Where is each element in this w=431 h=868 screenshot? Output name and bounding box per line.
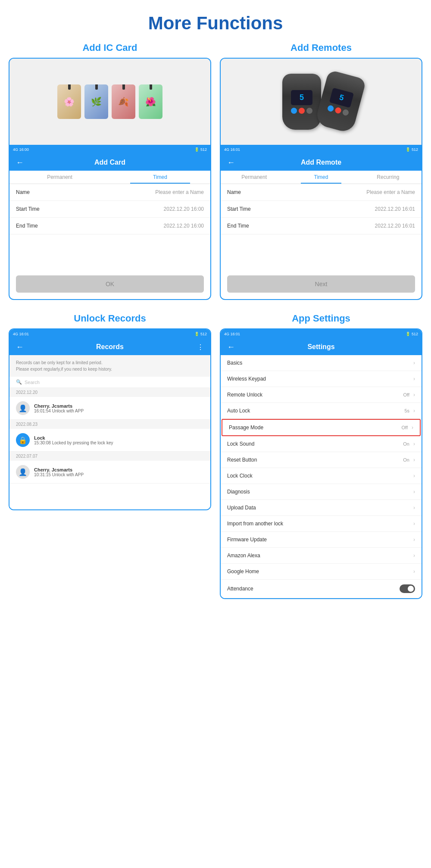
settings-reset-button[interactable]: Reset Button On ›	[221, 452, 422, 468]
ic-card-3: 🍂	[112, 84, 135, 119]
arrow-amazon-alexa: ›	[413, 553, 415, 559]
arrow-basics: ›	[413, 360, 415, 366]
add-remotes-title: Add Remotes	[290, 42, 352, 53]
app-settings-title: App Settings	[292, 313, 350, 324]
search-icon: 🔍	[16, 379, 22, 385]
settings-wireless-keypad[interactable]: Wireless Keypad ›	[221, 371, 422, 387]
tab-timed-ic[interactable]: Timed	[110, 171, 210, 184]
settings-google-home[interactable]: Google Home ›	[221, 564, 422, 580]
record-text-1: Cherry. Jcsmarts 16:01:54 Unlock with AP…	[34, 403, 84, 413]
settings-remote-unlock[interactable]: Remote Unlock Off ›	[221, 387, 422, 403]
back-arrow-records[interactable]: ←	[16, 343, 24, 352]
tab-recurring-remote[interactable]: Recurring	[355, 171, 422, 184]
key-btn-6	[342, 109, 350, 116]
tab-permanent-ic[interactable]: Permanent	[9, 171, 110, 184]
status-left-remote: 4G 16:01	[224, 147, 240, 152]
status-right-ic: 🔋 512	[194, 147, 207, 152]
attendance-toggle[interactable]	[400, 584, 415, 593]
app-settings-section: App Settings 4G 16:01 🔋 512 ← Settings B…	[220, 313, 422, 599]
settings-attendance[interactable]: Attendance	[221, 580, 422, 598]
status-right-remote: 🔋 512	[406, 147, 418, 152]
tab-permanent-remote[interactable]: Permanent	[221, 171, 287, 184]
date-group-1: 2022.12.20	[9, 388, 210, 397]
record-text-2: Lock 15:30:08 Locked by pressing the loc…	[34, 435, 113, 445]
search-bar[interactable]: 🔍 Search	[9, 377, 210, 388]
key-fob-screen-1: 5	[291, 90, 312, 105]
add-remotes-section: Add Remotes 5 5	[220, 42, 422, 300]
add-remote-tabs: Permanent Timed Recurring	[221, 171, 422, 184]
avatar-3: 👤	[16, 465, 30, 479]
arrow-auto-lock: ›	[413, 408, 415, 414]
settings-basics[interactable]: Basics ›	[221, 355, 422, 371]
date-group-2: 2022.08.23	[9, 420, 210, 429]
records-title: Records	[96, 343, 124, 351]
settings-passage-mode[interactable]: Passage Mode Off ›	[222, 419, 421, 436]
record-item-3: 👤 Cherry. Jcsmarts 10:31:15 Unlock with …	[9, 461, 210, 484]
record-item-2: 🔒 Lock 15:30:08 Locked by pressing the l…	[9, 429, 210, 452]
arrow-reset-button: ›	[413, 457, 415, 463]
arrow-keypad: ›	[413, 376, 415, 382]
field-start-remote: Start Time 2022.12.20 16:01	[221, 201, 422, 218]
key-fob-2: 5	[315, 70, 367, 134]
arrow-import-lock: ›	[413, 521, 415, 527]
status-bar-settings: 4G 16:01 🔋 512	[221, 329, 422, 339]
back-arrow-ic[interactable]: ←	[16, 158, 24, 167]
more-options-icon[interactable]: ⋮	[197, 343, 204, 351]
status-right-records: 🔋 512	[194, 332, 207, 336]
key-fob-1: 5	[282, 74, 321, 130]
unlock-records-title: Unlock Records	[74, 313, 146, 324]
arrow-lock-sound: ›	[413, 441, 415, 447]
arrow-diagnosis: ›	[413, 489, 415, 495]
settings-lock-clock[interactable]: Lock Clock ›	[221, 468, 422, 484]
remote-image: 5 5	[221, 59, 422, 145]
field-end-remote: End Time 2022.12.20 16:01	[221, 218, 422, 234]
settings-lock-sound[interactable]: Lock Sound On ›	[221, 436, 422, 452]
records-notice-text: Records can be only kept for a limited p…	[16, 359, 204, 372]
settings-frame: 4G 16:01 🔋 512 ← Settings Basics ›	[220, 328, 422, 599]
add-ic-card-title: Add IC Card	[82, 42, 137, 53]
add-ic-card-frame: 🌸 🌿 🍂 🌺 4G 16:00 🔋	[9, 58, 211, 300]
key-btn-5	[334, 106, 342, 114]
next-button[interactable]: Next	[227, 275, 415, 293]
settings-auto-lock[interactable]: Auto Lock 5s ›	[221, 403, 422, 419]
ic-card-1: 🌸	[57, 84, 81, 119]
key-btn-3	[306, 108, 312, 114]
settings-amazon-alexa[interactable]: Amazon Alexa ›	[221, 548, 422, 564]
add-card-header: ← Add Card	[9, 154, 210, 171]
ok-button[interactable]: OK	[16, 275, 204, 293]
arrow-google-home: ›	[413, 568, 415, 575]
status-right-settings: 🔋 512	[406, 332, 418, 336]
status-left-settings: 4G 16:01	[224, 332, 240, 336]
arrow-upload-data: ›	[413, 505, 415, 511]
ic-card-4: 🌺	[139, 84, 162, 119]
tab-timed-remote[interactable]: Timed	[287, 171, 354, 184]
status-bar-remote: 4G 16:01 🔋 512	[221, 145, 422, 154]
status-left-records: 4G 16:01	[13, 332, 29, 336]
settings-import-lock[interactable]: Import from another lock ›	[221, 516, 422, 532]
back-arrow-settings[interactable]: ←	[227, 343, 235, 352]
avatar-2: 🔒	[16, 433, 30, 447]
back-arrow-remote[interactable]: ←	[227, 158, 235, 167]
records-header: ← Records ⋮	[9, 339, 210, 355]
settings-diagnosis[interactable]: Diagnosis ›	[221, 484, 422, 500]
field-name-ic: Name Please enter a Name	[9, 184, 210, 201]
search-input[interactable]: Search	[25, 380, 40, 385]
arrow-lock-clock: ›	[413, 473, 415, 479]
unlock-records-section: Unlock Records 4G 16:01 🔋 512 ← Records …	[9, 313, 211, 599]
field-start-ic: Start Time 2022.12.20 16:00	[9, 201, 210, 218]
page-title: More Functions	[9, 9, 422, 34]
settings-header: ← Settings	[221, 339, 422, 355]
records-frame: 4G 16:01 🔋 512 ← Records ⋮ Records can b…	[9, 328, 211, 510]
settings-upload-data[interactable]: Upload Data ›	[221, 500, 422, 516]
add-remote-header: ← Add Remote	[221, 154, 422, 171]
record-item-1: 👤 Cherry. Jcsmarts 16:01:54 Unlock with …	[9, 397, 210, 420]
key-btn-4	[327, 105, 334, 112]
settings-list: Basics › Wireless Keypad › Remote Unlock…	[221, 355, 422, 598]
key-btn-2	[299, 108, 305, 114]
field-name-remote: Name Please enter a Name	[221, 184, 422, 201]
ic-card-image: 🌸 🌿 🍂 🌺	[9, 59, 210, 145]
settings-firmware-update[interactable]: Firmware Update ›	[221, 532, 422, 548]
add-card-tabs: Permanent Timed	[9, 171, 210, 184]
add-remote-title: Add Remote	[301, 159, 341, 166]
settings-title: Settings	[307, 343, 334, 351]
